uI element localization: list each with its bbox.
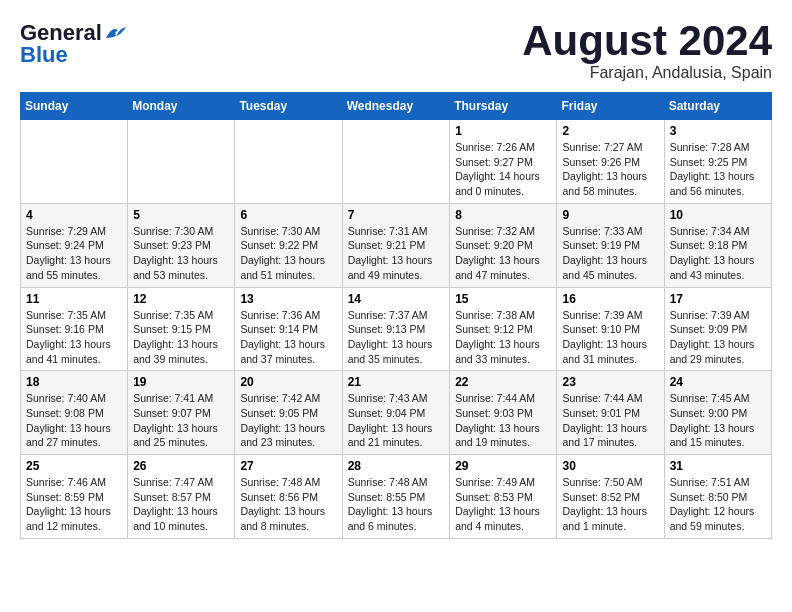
- calendar-day-cell: [342, 120, 450, 204]
- calendar-day-cell: 30Sunrise: 7:50 AM Sunset: 8:52 PM Dayli…: [557, 455, 664, 539]
- day-number: 16: [562, 292, 658, 306]
- calendar-day-cell: 22Sunrise: 7:44 AM Sunset: 9:03 PM Dayli…: [450, 371, 557, 455]
- logo-bird-icon: [104, 24, 126, 42]
- day-info: Sunrise: 7:39 AM Sunset: 9:09 PM Dayligh…: [670, 308, 766, 367]
- day-info: Sunrise: 7:38 AM Sunset: 9:12 PM Dayligh…: [455, 308, 551, 367]
- calendar-week-row: 18Sunrise: 7:40 AM Sunset: 9:08 PM Dayli…: [21, 371, 772, 455]
- day-info: Sunrise: 7:30 AM Sunset: 9:23 PM Dayligh…: [133, 224, 229, 283]
- calendar-day-cell: 11Sunrise: 7:35 AM Sunset: 9:16 PM Dayli…: [21, 287, 128, 371]
- calendar-week-row: 11Sunrise: 7:35 AM Sunset: 9:16 PM Dayli…: [21, 287, 772, 371]
- weekday-header: Friday: [557, 93, 664, 120]
- calendar-day-cell: 24Sunrise: 7:45 AM Sunset: 9:00 PM Dayli…: [664, 371, 771, 455]
- day-info: Sunrise: 7:35 AM Sunset: 9:15 PM Dayligh…: [133, 308, 229, 367]
- calendar-header-row: SundayMondayTuesdayWednesdayThursdayFrid…: [21, 93, 772, 120]
- day-info: Sunrise: 7:31 AM Sunset: 9:21 PM Dayligh…: [348, 224, 445, 283]
- day-info: Sunrise: 7:50 AM Sunset: 8:52 PM Dayligh…: [562, 475, 658, 534]
- month-title: August 2024: [522, 20, 772, 62]
- day-number: 29: [455, 459, 551, 473]
- calendar-day-cell: 21Sunrise: 7:43 AM Sunset: 9:04 PM Dayli…: [342, 371, 450, 455]
- day-number: 15: [455, 292, 551, 306]
- day-number: 17: [670, 292, 766, 306]
- weekday-header: Monday: [128, 93, 235, 120]
- calendar-day-cell: 28Sunrise: 7:48 AM Sunset: 8:55 PM Dayli…: [342, 455, 450, 539]
- calendar-day-cell: 5Sunrise: 7:30 AM Sunset: 9:23 PM Daylig…: [128, 203, 235, 287]
- calendar-week-row: 25Sunrise: 7:46 AM Sunset: 8:59 PM Dayli…: [21, 455, 772, 539]
- day-number: 18: [26, 375, 122, 389]
- day-number: 13: [240, 292, 336, 306]
- day-number: 9: [562, 208, 658, 222]
- day-number: 19: [133, 375, 229, 389]
- day-info: Sunrise: 7:42 AM Sunset: 9:05 PM Dayligh…: [240, 391, 336, 450]
- calendar-day-cell: 23Sunrise: 7:44 AM Sunset: 9:01 PM Dayli…: [557, 371, 664, 455]
- day-info: Sunrise: 7:44 AM Sunset: 9:03 PM Dayligh…: [455, 391, 551, 450]
- calendar-day-cell: 3Sunrise: 7:28 AM Sunset: 9:25 PM Daylig…: [664, 120, 771, 204]
- day-number: 5: [133, 208, 229, 222]
- day-number: 22: [455, 375, 551, 389]
- calendar-day-cell: 31Sunrise: 7:51 AM Sunset: 8:50 PM Dayli…: [664, 455, 771, 539]
- day-number: 12: [133, 292, 229, 306]
- day-info: Sunrise: 7:33 AM Sunset: 9:19 PM Dayligh…: [562, 224, 658, 283]
- day-number: 11: [26, 292, 122, 306]
- day-info: Sunrise: 7:44 AM Sunset: 9:01 PM Dayligh…: [562, 391, 658, 450]
- calendar-day-cell: 1Sunrise: 7:26 AM Sunset: 9:27 PM Daylig…: [450, 120, 557, 204]
- day-info: Sunrise: 7:36 AM Sunset: 9:14 PM Dayligh…: [240, 308, 336, 367]
- day-number: 4: [26, 208, 122, 222]
- day-number: 30: [562, 459, 658, 473]
- day-info: Sunrise: 7:30 AM Sunset: 9:22 PM Dayligh…: [240, 224, 336, 283]
- day-number: 10: [670, 208, 766, 222]
- day-number: 7: [348, 208, 445, 222]
- day-info: Sunrise: 7:37 AM Sunset: 9:13 PM Dayligh…: [348, 308, 445, 367]
- logo-blue: Blue: [20, 42, 68, 68]
- day-info: Sunrise: 7:26 AM Sunset: 9:27 PM Dayligh…: [455, 140, 551, 199]
- logo: General Blue: [20, 20, 126, 68]
- calendar-day-cell: [235, 120, 342, 204]
- calendar-day-cell: 16Sunrise: 7:39 AM Sunset: 9:10 PM Dayli…: [557, 287, 664, 371]
- day-info: Sunrise: 7:45 AM Sunset: 9:00 PM Dayligh…: [670, 391, 766, 450]
- day-info: Sunrise: 7:46 AM Sunset: 8:59 PM Dayligh…: [26, 475, 122, 534]
- day-number: 26: [133, 459, 229, 473]
- calendar-day-cell: 6Sunrise: 7:30 AM Sunset: 9:22 PM Daylig…: [235, 203, 342, 287]
- location: Farajan, Andalusia, Spain: [522, 64, 772, 82]
- calendar-day-cell: 8Sunrise: 7:32 AM Sunset: 9:20 PM Daylig…: [450, 203, 557, 287]
- day-info: Sunrise: 7:39 AM Sunset: 9:10 PM Dayligh…: [562, 308, 658, 367]
- day-info: Sunrise: 7:47 AM Sunset: 8:57 PM Dayligh…: [133, 475, 229, 534]
- weekday-header: Tuesday: [235, 93, 342, 120]
- calendar-day-cell: 27Sunrise: 7:48 AM Sunset: 8:56 PM Dayli…: [235, 455, 342, 539]
- day-info: Sunrise: 7:49 AM Sunset: 8:53 PM Dayligh…: [455, 475, 551, 534]
- calendar-day-cell: 26Sunrise: 7:47 AM Sunset: 8:57 PM Dayli…: [128, 455, 235, 539]
- day-number: 20: [240, 375, 336, 389]
- day-info: Sunrise: 7:48 AM Sunset: 8:56 PM Dayligh…: [240, 475, 336, 534]
- calendar-day-cell: [21, 120, 128, 204]
- day-info: Sunrise: 7:48 AM Sunset: 8:55 PM Dayligh…: [348, 475, 445, 534]
- day-number: 31: [670, 459, 766, 473]
- day-info: Sunrise: 7:40 AM Sunset: 9:08 PM Dayligh…: [26, 391, 122, 450]
- calendar-day-cell: 13Sunrise: 7:36 AM Sunset: 9:14 PM Dayli…: [235, 287, 342, 371]
- day-number: 8: [455, 208, 551, 222]
- calendar-day-cell: [128, 120, 235, 204]
- title-area: August 2024 Farajan, Andalusia, Spain: [522, 20, 772, 82]
- calendar-day-cell: 9Sunrise: 7:33 AM Sunset: 9:19 PM Daylig…: [557, 203, 664, 287]
- calendar-day-cell: 25Sunrise: 7:46 AM Sunset: 8:59 PM Dayli…: [21, 455, 128, 539]
- calendar-day-cell: 19Sunrise: 7:41 AM Sunset: 9:07 PM Dayli…: [128, 371, 235, 455]
- calendar-day-cell: 20Sunrise: 7:42 AM Sunset: 9:05 PM Dayli…: [235, 371, 342, 455]
- calendar-day-cell: 10Sunrise: 7:34 AM Sunset: 9:18 PM Dayli…: [664, 203, 771, 287]
- day-number: 24: [670, 375, 766, 389]
- day-number: 28: [348, 459, 445, 473]
- weekday-header: Wednesday: [342, 93, 450, 120]
- day-info: Sunrise: 7:41 AM Sunset: 9:07 PM Dayligh…: [133, 391, 229, 450]
- page-header: General Blue August 2024 Farajan, Andalu…: [20, 20, 772, 82]
- day-number: 27: [240, 459, 336, 473]
- calendar-day-cell: 17Sunrise: 7:39 AM Sunset: 9:09 PM Dayli…: [664, 287, 771, 371]
- day-number: 6: [240, 208, 336, 222]
- day-info: Sunrise: 7:27 AM Sunset: 9:26 PM Dayligh…: [562, 140, 658, 199]
- calendar-week-row: 1Sunrise: 7:26 AM Sunset: 9:27 PM Daylig…: [21, 120, 772, 204]
- day-number: 25: [26, 459, 122, 473]
- day-number: 3: [670, 124, 766, 138]
- weekday-header: Sunday: [21, 93, 128, 120]
- day-info: Sunrise: 7:29 AM Sunset: 9:24 PM Dayligh…: [26, 224, 122, 283]
- calendar-week-row: 4Sunrise: 7:29 AM Sunset: 9:24 PM Daylig…: [21, 203, 772, 287]
- day-info: Sunrise: 7:51 AM Sunset: 8:50 PM Dayligh…: [670, 475, 766, 534]
- day-info: Sunrise: 7:28 AM Sunset: 9:25 PM Dayligh…: [670, 140, 766, 199]
- day-info: Sunrise: 7:32 AM Sunset: 9:20 PM Dayligh…: [455, 224, 551, 283]
- calendar-day-cell: 14Sunrise: 7:37 AM Sunset: 9:13 PM Dayli…: [342, 287, 450, 371]
